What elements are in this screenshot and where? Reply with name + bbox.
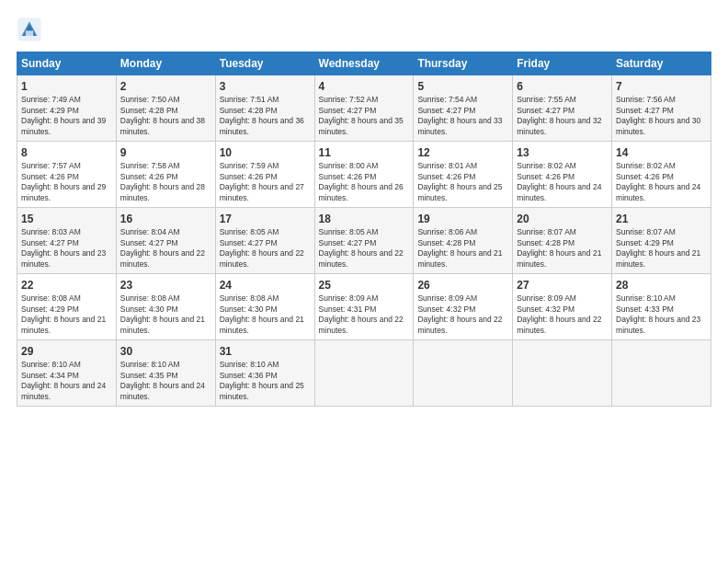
day-info: Sunrise: 8:05 AM Sunset: 4:27 PM Dayligh…: [220, 227, 311, 270]
day-info: Sunrise: 8:09 AM Sunset: 4:31 PM Dayligh…: [319, 293, 410, 336]
day-info: Sunrise: 8:10 AM Sunset: 4:36 PM Dayligh…: [220, 360, 311, 402]
day-cell-26: 26Sunrise: 8:09 AM Sunset: 4:32 PM Dayli…: [414, 274, 513, 340]
week-row-4: 22Sunrise: 8:08 AM Sunset: 4:29 PM Dayli…: [17, 274, 711, 340]
day-number: 31: [220, 344, 311, 359]
day-cell-empty: [414, 340, 513, 407]
weekday-header-sunday: Sunday: [17, 52, 117, 75]
day-info: Sunrise: 7:50 AM Sunset: 4:28 PM Dayligh…: [120, 95, 211, 137]
day-cell-1: 1Sunrise: 7:49 AM Sunset: 4:29 PM Daylig…: [17, 75, 117, 142]
day-number: 21: [616, 212, 707, 226]
day-number: 27: [517, 278, 608, 293]
day-number: 23: [120, 278, 211, 293]
weekday-header-monday: Monday: [116, 52, 215, 75]
day-number: 8: [21, 145, 112, 160]
day-cell-17: 17Sunrise: 8:05 AM Sunset: 4:27 PM Dayli…: [215, 208, 314, 274]
day-cell-31: 31Sunrise: 8:10 AM Sunset: 4:36 PM Dayli…: [215, 340, 314, 407]
day-number: 30: [120, 344, 211, 359]
day-cell-9: 9Sunrise: 7:58 AM Sunset: 4:26 PM Daylig…: [116, 142, 215, 208]
day-cell-7: 7Sunrise: 7:56 AM Sunset: 4:27 PM Daylig…: [612, 75, 711, 142]
day-info: Sunrise: 8:08 AM Sunset: 4:30 PM Dayligh…: [120, 293, 211, 336]
week-row-5: 29Sunrise: 8:10 AM Sunset: 4:34 PM Dayli…: [17, 340, 711, 407]
day-number: 4: [319, 79, 410, 94]
day-number: 9: [120, 145, 211, 160]
day-cell-empty: [314, 340, 414, 407]
day-cell-27: 27Sunrise: 8:09 AM Sunset: 4:32 PM Dayli…: [513, 274, 612, 340]
day-cell-22: 22Sunrise: 8:08 AM Sunset: 4:29 PM Dayli…: [17, 274, 117, 340]
day-info: Sunrise: 8:10 AM Sunset: 4:34 PM Dayligh…: [21, 360, 112, 402]
day-cell-11: 11Sunrise: 8:00 AM Sunset: 4:26 PM Dayli…: [314, 142, 414, 208]
day-info: Sunrise: 7:57 AM Sunset: 4:26 PM Dayligh…: [21, 161, 112, 203]
day-cell-16: 16Sunrise: 8:04 AM Sunset: 4:27 PM Dayli…: [116, 208, 215, 274]
day-number: 11: [319, 145, 410, 160]
day-number: 7: [616, 79, 707, 94]
week-row-1: 1Sunrise: 7:49 AM Sunset: 4:29 PM Daylig…: [17, 75, 711, 142]
day-cell-2: 2Sunrise: 7:50 AM Sunset: 4:28 PM Daylig…: [116, 75, 215, 142]
day-cell-29: 29Sunrise: 8:10 AM Sunset: 4:34 PM Dayli…: [17, 340, 117, 407]
weekday-header-wednesday: Wednesday: [314, 52, 414, 75]
day-cell-21: 21Sunrise: 8:07 AM Sunset: 4:29 PM Dayli…: [612, 208, 711, 274]
weekday-header-saturday: Saturday: [612, 52, 711, 75]
day-info: Sunrise: 8:00 AM Sunset: 4:26 PM Dayligh…: [319, 161, 410, 203]
day-number: 17: [220, 212, 311, 226]
day-info: Sunrise: 7:51 AM Sunset: 4:28 PM Dayligh…: [220, 95, 311, 137]
day-cell-10: 10Sunrise: 7:59 AM Sunset: 4:26 PM Dayli…: [215, 142, 314, 208]
day-number: 18: [319, 212, 410, 226]
day-info: Sunrise: 8:08 AM Sunset: 4:30 PM Dayligh…: [220, 293, 311, 336]
day-cell-28: 28Sunrise: 8:10 AM Sunset: 4:33 PM Dayli…: [612, 274, 711, 340]
day-info: Sunrise: 8:02 AM Sunset: 4:26 PM Dayligh…: [517, 161, 608, 203]
day-info: Sunrise: 7:58 AM Sunset: 4:26 PM Dayligh…: [120, 161, 211, 203]
day-number: 15: [21, 212, 112, 226]
day-cell-20: 20Sunrise: 8:07 AM Sunset: 4:28 PM Dayli…: [513, 208, 612, 274]
day-number: 19: [417, 212, 508, 226]
day-number: 12: [417, 145, 508, 160]
day-number: 2: [120, 79, 211, 94]
day-number: 25: [319, 278, 410, 293]
day-info: Sunrise: 7:49 AM Sunset: 4:29 PM Dayligh…: [21, 95, 112, 137]
day-cell-15: 15Sunrise: 8:03 AM Sunset: 4:27 PM Dayli…: [17, 208, 117, 274]
day-cell-12: 12Sunrise: 8:01 AM Sunset: 4:26 PM Dayli…: [414, 142, 513, 208]
day-number: 20: [517, 212, 608, 226]
day-info: Sunrise: 8:03 AM Sunset: 4:27 PM Dayligh…: [21, 227, 112, 270]
day-info: Sunrise: 8:01 AM Sunset: 4:26 PM Dayligh…: [417, 161, 508, 203]
weekday-header-friday: Friday: [513, 52, 612, 75]
day-number: 14: [616, 145, 707, 160]
day-number: 13: [517, 145, 608, 160]
day-number: 3: [220, 79, 311, 94]
week-row-2: 8Sunrise: 7:57 AM Sunset: 4:26 PM Daylig…: [17, 142, 711, 208]
day-cell-25: 25Sunrise: 8:09 AM Sunset: 4:31 PM Dayli…: [314, 274, 414, 340]
svg-rect-3: [26, 30, 33, 36]
day-info: Sunrise: 7:52 AM Sunset: 4:27 PM Dayligh…: [319, 95, 410, 137]
calendar-table: SundayMondayTuesdayWednesdayThursdayFrid…: [17, 52, 711, 407]
day-cell-13: 13Sunrise: 8:02 AM Sunset: 4:26 PM Dayli…: [513, 142, 612, 208]
day-number: 5: [417, 79, 508, 94]
day-info: Sunrise: 8:09 AM Sunset: 4:32 PM Dayligh…: [517, 293, 608, 336]
day-cell-19: 19Sunrise: 8:06 AM Sunset: 4:28 PM Dayli…: [414, 208, 513, 274]
day-number: 24: [220, 278, 311, 293]
day-cell-24: 24Sunrise: 8:08 AM Sunset: 4:30 PM Dayli…: [215, 274, 314, 340]
day-info: Sunrise: 8:02 AM Sunset: 4:26 PM Dayligh…: [616, 161, 707, 203]
weekday-header-tuesday: Tuesday: [215, 52, 314, 75]
day-number: 29: [21, 344, 112, 359]
day-info: Sunrise: 7:59 AM Sunset: 4:26 PM Dayligh…: [220, 161, 311, 203]
day-number: 10: [220, 145, 311, 160]
day-cell-empty: [513, 340, 612, 407]
day-cell-5: 5Sunrise: 7:54 AM Sunset: 4:27 PM Daylig…: [414, 75, 513, 142]
day-cell-8: 8Sunrise: 7:57 AM Sunset: 4:26 PM Daylig…: [17, 142, 117, 208]
day-info: Sunrise: 8:09 AM Sunset: 4:32 PM Dayligh…: [417, 293, 508, 336]
day-info: Sunrise: 7:55 AM Sunset: 4:27 PM Dayligh…: [517, 95, 608, 137]
header: [17, 17, 711, 42]
day-info: Sunrise: 8:07 AM Sunset: 4:29 PM Dayligh…: [616, 227, 707, 270]
day-info: Sunrise: 8:07 AM Sunset: 4:28 PM Dayligh…: [517, 227, 608, 270]
day-cell-23: 23Sunrise: 8:08 AM Sunset: 4:30 PM Dayli…: [116, 274, 215, 340]
day-cell-3: 3Sunrise: 7:51 AM Sunset: 4:28 PM Daylig…: [215, 75, 314, 142]
week-row-3: 15Sunrise: 8:03 AM Sunset: 4:27 PM Dayli…: [17, 208, 711, 274]
day-info: Sunrise: 8:05 AM Sunset: 4:27 PM Dayligh…: [319, 227, 410, 270]
day-info: Sunrise: 8:10 AM Sunset: 4:35 PM Dayligh…: [120, 360, 211, 402]
day-number: 26: [417, 278, 508, 293]
day-number: 22: [21, 278, 112, 293]
logo: [17, 17, 44, 42]
day-info: Sunrise: 8:04 AM Sunset: 4:27 PM Dayligh…: [120, 227, 211, 270]
day-cell-empty: [612, 340, 711, 407]
day-info: Sunrise: 8:08 AM Sunset: 4:29 PM Dayligh…: [21, 293, 112, 336]
day-cell-4: 4Sunrise: 7:52 AM Sunset: 4:27 PM Daylig…: [314, 75, 414, 142]
